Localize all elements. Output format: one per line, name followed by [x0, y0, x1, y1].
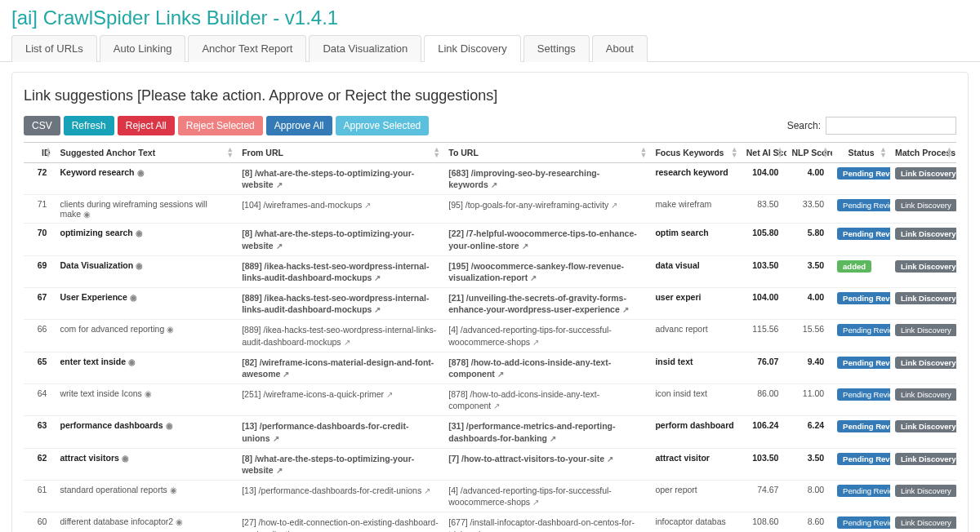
- table-row[interactable]: 60different database infocaptor2◉[27] /h…: [24, 512, 956, 532]
- external-link-icon[interactable]: ↗: [283, 370, 289, 379]
- process-badge[interactable]: Link Discovery: [895, 516, 956, 529]
- eye-icon[interactable]: ◉: [166, 421, 173, 430]
- status-badge[interactable]: Pending Review: [837, 167, 890, 180]
- process-badge[interactable]: Link Discovery: [895, 357, 956, 369]
- tab-settings[interactable]: Settings: [523, 35, 590, 62]
- tab-auto-linking[interactable]: Auto Linking: [100, 35, 186, 62]
- eye-icon[interactable]: ◉: [176, 517, 183, 526]
- eye-icon[interactable]: ◉: [145, 389, 152, 398]
- external-link-icon[interactable]: ↗: [522, 242, 528, 250]
- reject-selected-button[interactable]: Reject Selected: [178, 116, 263, 135]
- table-row[interactable]: 61standard operational reports◉[13] /per…: [24, 481, 956, 512]
- eye-icon[interactable]: ◉: [83, 210, 91, 219]
- table-row[interactable]: 63performance dashboards◉[13] /performan…: [24, 416, 956, 448]
- tab-about[interactable]: About: [592, 35, 648, 62]
- table-row[interactable]: 66com for advanced reporting◉[889] /ikea…: [24, 320, 956, 352]
- eye-icon[interactable]: ◉: [128, 357, 136, 366]
- search-input[interactable]: [826, 117, 956, 135]
- approve-selected-button[interactable]: Approve Selected: [336, 116, 430, 135]
- table-row[interactable]: 65enter text inside◉[82] /wireframe-icon…: [24, 352, 956, 383]
- eye-icon[interactable]: ◉: [130, 293, 137, 302]
- status-badge[interactable]: Pending Review: [837, 420, 890, 432]
- external-link-icon[interactable]: ↗: [276, 242, 283, 250]
- status-badge[interactable]: Pending Review: [837, 324, 890, 336]
- sort-icon: ▲▼: [45, 147, 52, 158]
- eye-icon[interactable]: ◉: [170, 485, 177, 494]
- process-badge[interactable]: Link Discovery: [895, 292, 956, 304]
- status-badge[interactable]: Pending Review: [837, 199, 890, 211]
- status-badge[interactable]: Pending Review: [837, 357, 890, 369]
- cell-netai-score: 74.67: [742, 481, 787, 512]
- tab-data-visualization[interactable]: Data Visualization: [309, 35, 421, 62]
- cell-from-url: [8] /what-are-the-steps-to-optimizing-yo…: [237, 448, 443, 480]
- eye-icon[interactable]: ◉: [167, 325, 174, 334]
- external-link-icon[interactable]: ↗: [276, 180, 283, 189]
- status-badge[interactable]: Pending Review: [837, 388, 890, 401]
- table-row[interactable]: 62attract visitors◉[8] /what-are-the-ste…: [24, 448, 956, 480]
- external-link-icon[interactable]: ↗: [550, 434, 556, 443]
- external-link-icon[interactable]: ↗: [374, 273, 381, 282]
- col-status[interactable]: Status▲▼: [832, 143, 890, 163]
- external-link-icon[interactable]: ↗: [374, 305, 381, 314]
- external-link-icon[interactable]: ↗: [532, 338, 539, 347]
- col-to[interactable]: To URL▲▼: [443, 143, 650, 163]
- col-process[interactable]: Match Process▲▼: [890, 143, 956, 163]
- table-row[interactable]: 64write text inside Icons◉[251] /wirefra…: [24, 384, 956, 416]
- status-badge[interactable]: Pending Review: [837, 228, 890, 240]
- tab-link-discovery[interactable]: Link Discovery: [424, 35, 521, 62]
- cell-to-url: [22] /7-helpful-woocommerce-tips-to-enha…: [443, 224, 650, 255]
- col-anchor[interactable]: Suggested Anchor Text▲▼: [55, 143, 237, 163]
- table-row[interactable]: 70optimizing search◉[8] /what-are-the-st…: [24, 224, 956, 255]
- tab-list-of-urls[interactable]: List of URLs: [11, 35, 97, 62]
- external-link-icon[interactable]: ↗: [344, 338, 350, 347]
- process-badge[interactable]: Link Discovery: [895, 485, 956, 497]
- external-link-icon[interactable]: ↗: [491, 180, 497, 189]
- process-badge[interactable]: Link Discovery: [895, 167, 956, 180]
- eye-icon[interactable]: ◉: [137, 168, 145, 177]
- status-badge[interactable]: added: [837, 260, 871, 273]
- external-link-icon[interactable]: ↗: [364, 201, 371, 210]
- tab-anchor-text-report[interactable]: Anchor Text Report: [188, 35, 306, 62]
- csv-button[interactable]: CSV: [24, 116, 60, 135]
- external-link-icon[interactable]: ↗: [424, 486, 430, 495]
- external-link-icon[interactable]: ↗: [530, 273, 537, 282]
- external-link-icon[interactable]: ↗: [622, 305, 629, 314]
- external-link-icon[interactable]: ↗: [532, 498, 539, 507]
- status-badge[interactable]: Pending Review: [837, 453, 890, 465]
- external-link-icon[interactable]: ↗: [497, 370, 504, 379]
- col-keywords[interactable]: Focus Keywords▲▼: [650, 143, 741, 163]
- process-badge[interactable]: Link Discovery: [895, 228, 956, 240]
- process-badge[interactable]: Link Discovery: [895, 199, 956, 211]
- table-row[interactable]: 67User Experience◉[889] /ikea-hacks-test…: [24, 288, 956, 320]
- refresh-button[interactable]: Refresh: [64, 116, 114, 135]
- status-badge[interactable]: Pending Review: [837, 516, 890, 529]
- col-netai[interactable]: Net AI Score▲▼: [742, 143, 787, 163]
- col-from[interactable]: From URL▲▼: [237, 143, 443, 163]
- table-row[interactable]: 69Data Visualization◉[889] /ikea-hacks-t…: [24, 255, 956, 287]
- external-link-icon[interactable]: ↗: [273, 434, 279, 443]
- eye-icon[interactable]: ◉: [136, 261, 143, 270]
- eye-icon[interactable]: ◉: [122, 454, 129, 463]
- external-link-icon[interactable]: ↗: [607, 454, 613, 463]
- external-link-icon[interactable]: ↗: [611, 201, 617, 210]
- approve-all-button[interactable]: Approve All: [266, 116, 332, 135]
- eye-icon[interactable]: ◉: [136, 228, 143, 237]
- col-id[interactable]: ID▲▼: [24, 143, 55, 163]
- status-badge[interactable]: Pending Review: [837, 485, 890, 497]
- table-row[interactable]: 71clients during wireframing sessions wi…: [24, 195, 956, 224]
- process-badge[interactable]: Link Discovery: [895, 388, 956, 401]
- cell-from-url: [82] /wireframe-icons-material-design-an…: [237, 352, 443, 383]
- reject-all-button[interactable]: Reject All: [118, 116, 175, 135]
- process-badge[interactable]: Link Discovery: [895, 453, 956, 465]
- external-link-icon[interactable]: ↗: [386, 390, 393, 399]
- cell-id: 64: [24, 384, 55, 416]
- status-badge[interactable]: Pending Review: [837, 292, 890, 304]
- external-link-icon[interactable]: ↗: [493, 401, 500, 410]
- table-row[interactable]: 72Keyword research◉[8] /what-are-the-ste…: [24, 163, 956, 195]
- external-link-icon[interactable]: ↗: [276, 466, 283, 475]
- sort-icon: ▲▼: [776, 147, 783, 158]
- process-badge[interactable]: Link Discovery: [895, 324, 956, 336]
- process-badge[interactable]: Link Discovery: [895, 420, 956, 432]
- col-nlp[interactable]: NLP Score▲▼: [786, 143, 832, 163]
- process-badge[interactable]: Link Discovery: [895, 260, 956, 273]
